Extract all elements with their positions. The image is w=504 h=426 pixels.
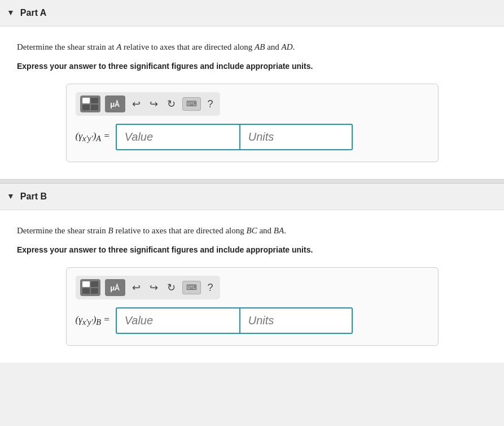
part-a-answer-box: μÅ ↩ ↪ ↻ ⌨ ? (γx′y′)A = [66, 84, 439, 162]
part-a-equation-label: (γx′y′)A = [76, 131, 110, 144]
part-b-mu-button[interactable]: μÅ [105, 279, 125, 296]
part-a-refresh-button[interactable]: ↻ [165, 98, 178, 110]
page: ▼ Part A Determine the shear strain at A… [0, 0, 504, 363]
part-b-grid-button[interactable] [80, 279, 100, 296]
part-a-units-input[interactable] [240, 124, 353, 150]
part-a-help-button[interactable]: ? [205, 97, 216, 111]
part-b-units-input[interactable] [240, 307, 353, 334]
part-b-undo-button[interactable]: ↩ [130, 281, 143, 294]
section-divider [0, 179, 504, 184]
part-a-toolbar: μÅ ↩ ↪ ↻ ⌨ ? [76, 92, 220, 116]
part-a-section: ▼ Part A Determine the shear strain at A… [0, 0, 504, 179]
part-b-instruction: Express your answer to three significant… [17, 244, 487, 256]
part-b-help-button[interactable]: ? [205, 281, 216, 295]
part-b-section: ▼ Part B Determine the shear strain B re… [0, 184, 504, 363]
part-a-input-row: (γx′y′)A = [76, 124, 429, 150]
part-a-value-input[interactable] [116, 124, 240, 150]
part-a-body: Determine the shear strain at A relative… [0, 27, 504, 179]
part-a-grid-button[interactable] [80, 95, 100, 112]
part-b-chevron[interactable]: ▼ [7, 192, 15, 201]
part-b-toolbar: μÅ ↩ ↪ ↻ ⌨ ? [76, 276, 220, 299]
part-b-redo-button[interactable]: ↪ [147, 281, 160, 294]
part-b-refresh-button[interactable]: ↻ [165, 281, 178, 294]
part-b-answer-box: μÅ ↩ ↪ ↻ ⌨ ? (γx′y′)B = [66, 267, 439, 346]
part-a-instruction: Express your answer to three significant… [17, 60, 487, 72]
part-a-keyboard-button[interactable]: ⌨ [182, 97, 201, 111]
part-a-header: ▼ Part A [0, 0, 504, 27]
part-b-title: Part B [20, 192, 47, 202]
part-a-undo-button[interactable]: ↩ [130, 98, 143, 110]
part-b-description: Determine the shear strain B relative to… [17, 224, 487, 237]
part-a-redo-button[interactable]: ↪ [147, 98, 160, 110]
part-b-value-input[interactable] [116, 307, 240, 334]
part-b-header: ▼ Part B [0, 184, 504, 210]
part-a-title: Part A [20, 8, 47, 18]
part-a-chevron[interactable]: ▼ [7, 8, 15, 18]
part-a-description: Determine the shear strain at A relative… [17, 40, 487, 54]
part-b-equation-label: (γx′y′)B = [76, 314, 110, 327]
part-b-body: Determine the shear strain B relative to… [0, 210, 504, 363]
part-b-input-row: (γx′y′)B = [76, 307, 429, 334]
part-b-keyboard-button[interactable]: ⌨ [182, 281, 201, 294]
part-a-mu-button[interactable]: μÅ [105, 95, 125, 112]
